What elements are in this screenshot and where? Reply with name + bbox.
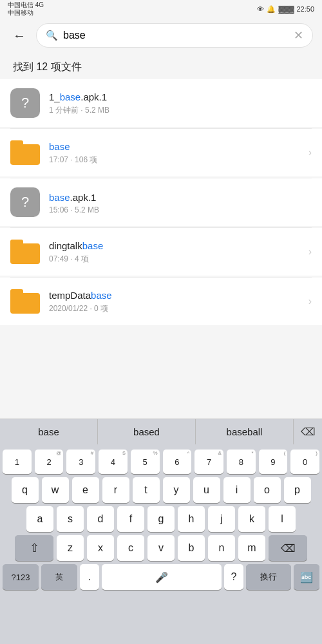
- folder-icon: [10, 287, 40, 316]
- keyboard-row-zxcv: ⇧ z x c v b n m ⌫: [3, 535, 319, 561]
- key-emoji[interactable]: 🔤: [294, 564, 319, 590]
- key-h[interactable]: h: [178, 506, 205, 532]
- key-u[interactable]: u: [193, 477, 220, 503]
- key-d[interactable]: d: [87, 506, 114, 532]
- suggestion-based[interactable]: based: [98, 419, 196, 444]
- key-l[interactable]: l: [269, 506, 296, 532]
- key-w[interactable]: w: [42, 477, 69, 503]
- search-icon: 🔍: [46, 30, 58, 41]
- key-3[interactable]: #3: [66, 450, 95, 474]
- key-f[interactable]: f: [117, 506, 144, 532]
- file-info: base 17:07 · 106 项: [49, 140, 299, 166]
- key-1[interactable]: 1: [3, 450, 32, 474]
- back-button[interactable]: ←: [9, 27, 30, 44]
- battery-icon: ▓▓▓: [278, 5, 294, 13]
- key-6[interactable]: ^6: [163, 450, 192, 474]
- key-2[interactable]: @2: [35, 450, 64, 474]
- time-display: 22:50: [296, 5, 314, 13]
- suggestion-baseball[interactable]: baseball: [196, 419, 294, 444]
- key-n[interactable]: n: [208, 535, 235, 561]
- backspace-key[interactable]: ⌫: [269, 535, 307, 561]
- eye-icon: 👁: [257, 5, 264, 13]
- chevron-icon: ›: [308, 246, 312, 258]
- key-e[interactable]: e: [72, 477, 99, 503]
- suggestion-delete-key[interactable]: ⌫: [294, 426, 322, 438]
- key-9[interactable]: (9: [259, 450, 288, 474]
- file-list: ? 1_base.apk.1 1 分钟前 · 5.2 MB base 17:07…: [0, 79, 322, 325]
- key-k[interactable]: k: [238, 506, 265, 532]
- status-icons: 👁 🔔 ▓▓▓ 22:50: [257, 5, 314, 14]
- key-question[interactable]: ?: [224, 564, 243, 590]
- key-0[interactable]: )0: [290, 450, 319, 474]
- carrier-info: 中国电信 4G 中国移动: [8, 1, 44, 17]
- list-item[interactable]: dingtalkbase 07:49 · 4 项 ›: [0, 228, 322, 276]
- list-item[interactable]: ? 1_base.apk.1 1 分钟前 · 5.2 MB: [0, 79, 322, 127]
- file-meta: 15:06 · 5.2 MB: [49, 205, 312, 214]
- keyboard-row-numbers: 1 @2 #3 $4 %5 ^6 &7 *8 (9 )0: [3, 450, 319, 474]
- file-icon-apk: ?: [10, 88, 40, 118]
- key-space[interactable]: 🎤: [102, 564, 222, 590]
- key-m[interactable]: m: [238, 535, 265, 561]
- key-return[interactable]: 换行: [246, 564, 291, 590]
- key-lang[interactable]: 英: [41, 564, 77, 590]
- keyboard-row-bottom: ?123 英 . 🎤 ? 换行 🔤: [3, 564, 319, 590]
- key-c[interactable]: c: [117, 535, 144, 561]
- key-q[interactable]: q: [12, 477, 39, 503]
- file-info: 1_base.apk.1 1 分钟前 · 5.2 MB: [49, 90, 312, 116]
- search-bar: ← 🔍 base ✕: [0, 18, 322, 53]
- file-icon-apk: ?: [10, 187, 40, 217]
- file-name: base: [49, 140, 299, 153]
- clear-button[interactable]: ✕: [294, 28, 303, 43]
- keyboard: 1 @2 #3 $4 %5 ^6 &7 *8 (9 )0 q w e r t y…: [0, 444, 322, 644]
- key-period[interactable]: .: [80, 564, 99, 590]
- file-meta: 07:49 · 4 项: [49, 254, 299, 265]
- key-123[interactable]: ?123: [3, 564, 39, 590]
- file-info: tempDatabase 2020/01/22 · 0 项: [49, 289, 299, 314]
- file-name: tempDatabase: [49, 289, 299, 302]
- key-x[interactable]: x: [87, 535, 114, 561]
- list-item[interactable]: ? base.apk.1 15:06 · 5.2 MB: [0, 178, 322, 226]
- key-8[interactable]: *8: [227, 450, 256, 474]
- file-name: base.apk.1: [49, 191, 312, 204]
- key-r[interactable]: r: [102, 477, 129, 503]
- key-z[interactable]: z: [57, 535, 84, 561]
- key-a[interactable]: a: [26, 506, 53, 532]
- key-g[interactable]: g: [147, 506, 175, 532]
- key-j[interactable]: j: [208, 506, 235, 532]
- chevron-icon: ›: [308, 147, 312, 158]
- result-count: 找到 12 项文件: [0, 53, 322, 79]
- bell-icon: 🔔: [267, 5, 276, 14]
- file-info: dingtalkbase 07:49 · 4 项: [49, 239, 299, 265]
- key-i[interactable]: i: [223, 477, 251, 503]
- mic-icon: 🎤: [155, 571, 168, 583]
- key-s[interactable]: s: [57, 506, 84, 532]
- chevron-icon: ›: [308, 296, 312, 307]
- file-meta: 17:07 · 106 项: [49, 155, 299, 166]
- list-item[interactable]: tempDatabase 2020/01/22 · 0 项 ›: [0, 278, 322, 325]
- keyboard-suggestions: base based baseball ⌫: [0, 419, 322, 444]
- search-input[interactable]: base: [63, 30, 289, 41]
- file-name: 1_base.apk.1: [49, 90, 312, 104]
- key-v[interactable]: v: [147, 535, 175, 561]
- key-7[interactable]: &7: [194, 450, 223, 474]
- file-info: base.apk.1 15:06 · 5.2 MB: [49, 191, 312, 214]
- key-5[interactable]: %5: [131, 450, 160, 474]
- file-meta: 1 分钟前 · 5.2 MB: [49, 105, 312, 116]
- file-name: dingtalkbase: [49, 239, 299, 252]
- key-o[interactable]: o: [254, 477, 281, 503]
- shift-key[interactable]: ⇧: [15, 535, 53, 561]
- list-item[interactable]: base 17:07 · 106 项 ›: [0, 129, 322, 176]
- key-t[interactable]: t: [133, 477, 160, 503]
- key-p[interactable]: p: [284, 477, 311, 503]
- suggestion-base[interactable]: base: [0, 419, 98, 444]
- search-input-wrap[interactable]: 🔍 base ✕: [36, 23, 313, 48]
- folder-icon: [10, 237, 40, 267]
- file-meta: 2020/01/22 · 0 项: [49, 303, 299, 314]
- folder-icon: [10, 138, 40, 167]
- key-b[interactable]: b: [178, 535, 205, 561]
- key-4[interactable]: $4: [99, 450, 128, 474]
- keyboard-row-asdf: a s d f g h j k l: [3, 506, 319, 532]
- status-bar: 中国电信 4G 中国移动 👁 🔔 ▓▓▓ 22:50: [0, 0, 322, 18]
- keyboard-row-qwerty: q w e r t y u i o p: [3, 477, 319, 503]
- key-y[interactable]: y: [163, 477, 190, 503]
